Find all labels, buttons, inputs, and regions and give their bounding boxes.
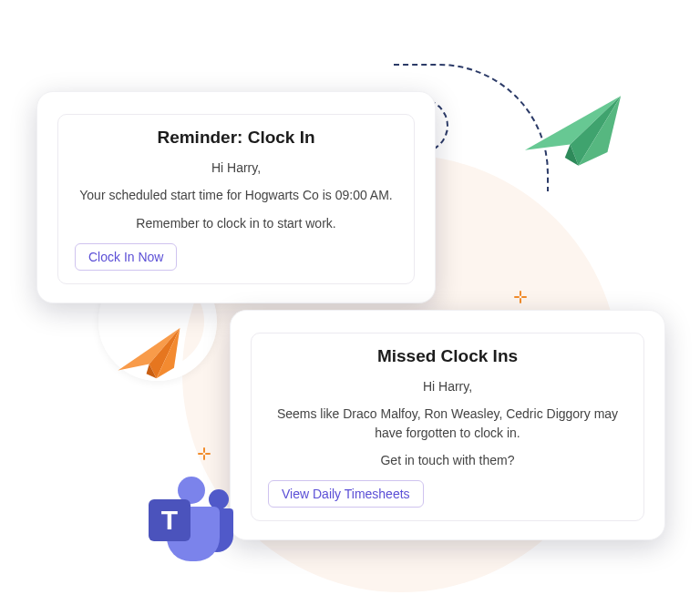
reminder-line-2: Remember to clock in to start work. — [75, 214, 397, 232]
reminder-card: Reminder: Clock In Hi Harry, Your schedu… — [36, 91, 436, 303]
reminder-card-body: Reminder: Clock In Hi Harry, Your schedu… — [57, 114, 415, 284]
paper-plane-green-icon — [516, 87, 633, 190]
svg-point-9 — [209, 489, 229, 509]
reminder-line-1: Your scheduled start time for Hogwarts C… — [75, 186, 397, 204]
missed-line-2: Get in touch with them? — [268, 451, 627, 469]
reminder-title: Reminder: Clock In — [75, 128, 397, 148]
paper-plane-orange-icon — [109, 322, 194, 397]
illustration-stage: Reminder: Clock In Hi Harry, Your schedu… — [0, 0, 700, 595]
microsoft-teams-icon: T — [141, 474, 242, 569]
missed-line-1: Seems like Draco Malfoy, Ron Weasley, Ce… — [268, 405, 627, 442]
sparkle-icon — [513, 290, 528, 304]
teams-letter: T — [161, 505, 178, 535]
missed-greeting: Hi Harry, — [268, 377, 627, 395]
missed-clock-ins-card: Missed Clock Ins Hi Harry, Seems like Dr… — [230, 310, 665, 540]
reminder-greeting: Hi Harry, — [75, 159, 397, 177]
sparkle-icon — [197, 446, 211, 461]
missed-card-body: Missed Clock Ins Hi Harry, Seems like Dr… — [251, 333, 644, 521]
missed-title: Missed Clock Ins — [268, 346, 627, 366]
view-daily-timesheets-button[interactable]: View Daily Timesheets — [268, 480, 424, 508]
clock-in-now-button[interactable]: Clock In Now — [75, 243, 177, 271]
